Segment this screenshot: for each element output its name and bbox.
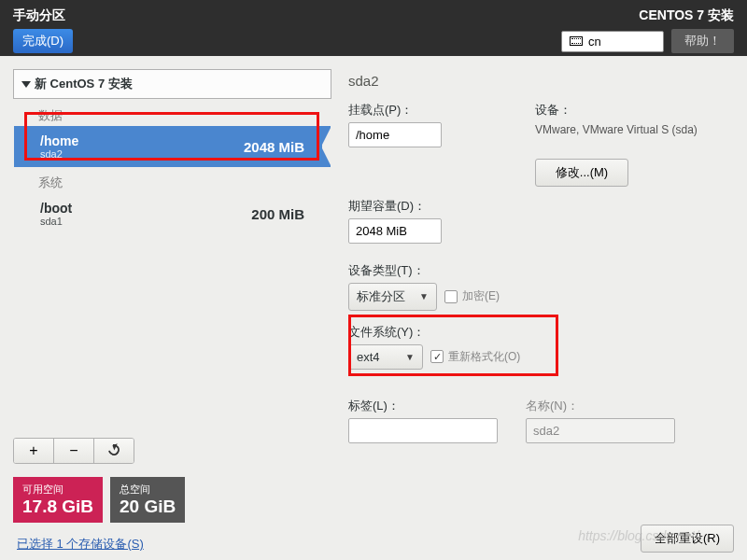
- device-section-label: 设备：: [535, 102, 703, 119]
- label-label: 标签(L)：: [348, 398, 498, 414]
- available-space-card: 可用空间 17.8 GiB: [13, 477, 103, 523]
- available-space-label: 可用空间: [22, 483, 93, 497]
- partition-mount: /home: [40, 133, 78, 148]
- filesystem-label: 文件系统(Y)：: [348, 324, 734, 341]
- section-data-label: 数据: [14, 100, 331, 126]
- device-text: VMware, VMware Virtual S (sda): [535, 122, 703, 138]
- partition-device: sda1: [40, 216, 72, 227]
- partition-list: 数据 /home sda2 2048 MiB 系统 /boot sda1 200…: [13, 99, 331, 434]
- left-panel: 新 CentOS 7 安装 数据 /home sda2 2048 MiB 系统 …: [0, 56, 331, 560]
- keyboard-icon: [570, 36, 583, 46]
- right-panel: sda2 挂载点(P)： 设备： VMware, VMware Virtual …: [331, 56, 747, 560]
- name-input: [526, 418, 675, 443]
- install-collapse-header[interactable]: 新 CentOS 7 安装: [13, 69, 331, 99]
- reload-button[interactable]: [94, 439, 134, 463]
- partition-size: 200 MiB: [251, 206, 304, 222]
- modify-device-button[interactable]: 修改...(M): [535, 159, 628, 187]
- encrypt-label: 加密(E): [462, 288, 500, 304]
- keyboard-indicator[interactable]: cn: [561, 31, 664, 52]
- chevron-down-icon: ▼: [405, 352, 415, 362]
- label-input[interactable]: [348, 418, 498, 443]
- section-system-label: 系统: [14, 167, 331, 193]
- total-space-label: 总空间: [120, 483, 176, 497]
- remove-partition-button[interactable]: −: [54, 439, 94, 463]
- encrypt-checkbox-row[interactable]: 加密(E): [444, 288, 500, 304]
- reset-all-button[interactable]: 全部重设(R): [641, 525, 734, 553]
- help-button[interactable]: 帮助！: [671, 29, 734, 53]
- device-type-label: 设备类型(T)：: [348, 262, 734, 279]
- partition-item-boot[interactable]: /boot sda1 200 MiB: [14, 193, 331, 234]
- reformat-checkbox-row[interactable]: 重新格式化(O): [430, 349, 520, 365]
- chevron-down-icon: ▼: [419, 291, 429, 301]
- encrypt-checkbox[interactable]: [444, 290, 458, 303]
- desired-capacity-input[interactable]: [348, 218, 442, 244]
- reformat-checkbox[interactable]: [430, 350, 444, 363]
- partition-item-home[interactable]: /home sda2 2048 MiB: [14, 126, 331, 167]
- space-summary: 可用空间 17.8 GiB 总空间 20 GiB: [13, 477, 331, 523]
- available-space-value: 17.8 GiB: [22, 497, 93, 517]
- done-button[interactable]: 完成(D): [13, 29, 73, 53]
- filesystem-value: ext4: [357, 350, 380, 364]
- partition-device: sda2: [40, 148, 78, 160]
- reload-icon: [106, 442, 122, 458]
- mountpoint-label: 挂载点(P)：: [348, 102, 442, 119]
- mountpoint-input[interactable]: [348, 122, 442, 147]
- chevron-down-icon: [21, 81, 31, 88]
- page-title: 手动分区: [13, 7, 73, 24]
- filesystem-dropdown[interactable]: ext4 ▼: [348, 344, 423, 370]
- reformat-label: 重新格式化(O): [448, 349, 520, 365]
- add-partition-button[interactable]: +: [14, 439, 54, 463]
- install-label: 新 CentOS 7 安装: [35, 76, 133, 92]
- device-type-value: 标准分区: [357, 288, 405, 305]
- partition-mount: /boot: [40, 201, 72, 216]
- name-label: 名称(N)：: [526, 398, 675, 414]
- partition-toolbar: + −: [13, 438, 134, 464]
- keyboard-layout-label: cn: [588, 35, 601, 49]
- main-area: 新 CentOS 7 安装 数据 /home sda2 2048 MiB 系统 …: [0, 56, 747, 560]
- desired-capacity-label: 期望容量(D)：: [348, 198, 734, 215]
- total-space-value: 20 GiB: [120, 497, 176, 517]
- install-product-title: CENTOS 7 安装: [639, 7, 734, 24]
- top-bar: 手动分区 完成(D) CENTOS 7 安装 cn 帮助！: [0, 0, 747, 56]
- device-header: sda2: [348, 73, 734, 89]
- device-type-dropdown[interactable]: 标准分区 ▼: [348, 283, 437, 311]
- partition-size: 2048 MiB: [244, 139, 304, 155]
- total-space-card: 总空间 20 GiB: [110, 477, 185, 523]
- storage-devices-link[interactable]: 已选择 1 个存储设备(S): [13, 536, 331, 553]
